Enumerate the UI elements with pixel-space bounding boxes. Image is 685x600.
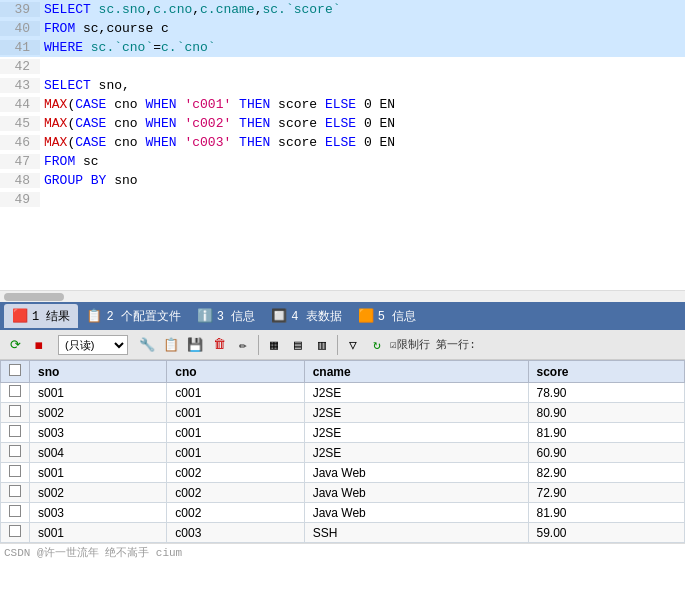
toolbar-separator2 xyxy=(337,335,338,355)
tab-tabledata-icon: 🔲 xyxy=(271,308,287,324)
row-checkbox[interactable] xyxy=(9,465,21,477)
cell-sno: s001 xyxy=(30,383,167,403)
toolbar-btn4[interactable]: 🗑 xyxy=(208,334,230,356)
cell-cno: c001 xyxy=(167,423,304,443)
cell-sno: s003 xyxy=(30,503,167,523)
cell-sno: s004 xyxy=(30,443,167,463)
scrollbar-thumb[interactable] xyxy=(4,293,64,301)
tab-info2-label: 5 信息 xyxy=(378,308,416,325)
toolbar-btn8[interactable]: ▥ xyxy=(311,334,333,356)
table-row[interactable]: s001c001J2SE78.90 xyxy=(1,383,685,403)
table-row[interactable]: s003c002Java Web81.90 xyxy=(1,503,685,523)
cell-cname: Java Web xyxy=(304,483,528,503)
code-line: 41WHERE sc.`cno`=c.`cno` xyxy=(0,38,685,57)
tab-tabledata[interactable]: 🔲4 表数据 xyxy=(263,304,349,328)
watermark-text: CSDN @许一世流年 绝不嵩手 cium xyxy=(4,545,182,560)
cell-cno: c002 xyxy=(167,483,304,503)
code-line: 39SELECT sc.sno,c.cno,c.cname,sc.`score` xyxy=(0,0,685,19)
code-line: 42 xyxy=(0,57,685,76)
cell-cno: c002 xyxy=(167,463,304,483)
toolbar-btn7[interactable]: ▤ xyxy=(287,334,309,356)
cell-score: 59.00 xyxy=(528,523,685,543)
cell-cno: c003 xyxy=(167,523,304,543)
row-checkbox[interactable] xyxy=(9,505,21,517)
readonly-select[interactable]: (只读) xyxy=(58,335,128,355)
tab-info-label: 3 信息 xyxy=(217,308,255,325)
results-table: snocnocnamescore s001c001J2SE78.90s002c0… xyxy=(0,360,685,543)
cell-cname: SSH xyxy=(304,523,528,543)
tab-config-label: 2 个配置文件 xyxy=(106,308,180,325)
code-line: 48GROUP BY sno xyxy=(0,171,685,190)
tab-config-icon: 📋 xyxy=(86,308,102,324)
code-line: 40FROM sc,course c xyxy=(0,19,685,38)
toolbar-reload-btn[interactable]: ↻ xyxy=(366,334,388,356)
col-sno[interactable]: sno xyxy=(30,361,167,383)
table-row[interactable]: s004c001J2SE60.90 xyxy=(1,443,685,463)
row-check-cell[interactable] xyxy=(1,383,30,403)
row-check-cell[interactable] xyxy=(1,423,30,443)
row-checkbox[interactable] xyxy=(9,485,21,497)
row-checkbox[interactable] xyxy=(9,405,21,417)
tab-tabledata-label: 4 表数据 xyxy=(291,308,341,325)
tab-results[interactable]: 🟥1 结果 xyxy=(4,304,78,328)
table-row[interactable]: s002c002Java Web72.90 xyxy=(1,483,685,503)
col-cname[interactable]: cname xyxy=(304,361,528,383)
cell-sno: s001 xyxy=(30,463,167,483)
header-checkbox[interactable] xyxy=(9,364,21,376)
toolbar-btn6[interactable]: ▦ xyxy=(263,334,285,356)
tab-results-label: 1 结果 xyxy=(32,308,70,325)
table-row[interactable]: s001c002Java Web82.90 xyxy=(1,463,685,483)
row-checkbox[interactable] xyxy=(9,525,21,537)
col-cno[interactable]: cno xyxy=(167,361,304,383)
horizontal-scrollbar[interactable] xyxy=(0,290,685,302)
cell-score: 82.90 xyxy=(528,463,685,483)
cell-score: 72.90 xyxy=(528,483,685,503)
col-check[interactable] xyxy=(1,361,30,383)
code-line: 46MAX(CASE cno WHEN 'c003' THEN score EL… xyxy=(0,133,685,152)
table-row[interactable]: s002c001J2SE80.90 xyxy=(1,403,685,423)
row-checkbox[interactable] xyxy=(9,425,21,437)
table-row[interactable]: s001c003SSH59.00 xyxy=(1,523,685,543)
toolbar-btn3[interactable]: 💾 xyxy=(184,334,206,356)
cell-cno: c001 xyxy=(167,383,304,403)
row-checkbox[interactable] xyxy=(9,385,21,397)
tab-info-icon: ℹ️ xyxy=(197,308,213,324)
cell-score: 81.90 xyxy=(528,503,685,523)
row-check-cell[interactable] xyxy=(1,403,30,423)
toolbar-btn1[interactable]: 🔧 xyxy=(136,334,158,356)
toolbar-btn5[interactable]: ✏️ xyxy=(232,334,254,356)
toolbar-stop-btn[interactable]: ◼ xyxy=(28,334,50,356)
toolbar-filter-btn[interactable]: ▽ xyxy=(342,334,364,356)
row-check-cell[interactable] xyxy=(1,463,30,483)
row-check-cell[interactable] xyxy=(1,443,30,463)
toolbar-btn2[interactable]: 📋 xyxy=(160,334,182,356)
tab-config[interactable]: 📋2 个配置文件 xyxy=(78,304,188,328)
col-score[interactable]: score xyxy=(528,361,685,383)
code-line: 45MAX(CASE cno WHEN 'c002' THEN score EL… xyxy=(0,114,685,133)
code-line: 44MAX(CASE cno WHEN 'c001' THEN score EL… xyxy=(0,95,685,114)
cell-cname: Java Web xyxy=(304,503,528,523)
code-line: 47FROM sc xyxy=(0,152,685,171)
code-editor: 39SELECT sc.sno,c.cno,c.cname,sc.`score`… xyxy=(0,0,685,290)
limit-row-label: ☑限制行 第一行: xyxy=(390,337,476,352)
tab-info2[interactable]: 🟧5 信息 xyxy=(350,304,424,328)
row-check-cell[interactable] xyxy=(1,483,30,503)
watermark-bar: CSDN @许一世流年 绝不嵩手 cium xyxy=(0,543,685,561)
cell-score: 78.90 xyxy=(528,383,685,403)
toolbar-separator1 xyxy=(258,335,259,355)
toolbar: ⟳ ◼ (只读) 🔧 📋 💾 🗑 ✏️ ▦ ▤ ▥ ▽ ↻ ☑限制行 第一行: xyxy=(0,330,685,360)
cell-score: 60.90 xyxy=(528,443,685,463)
cell-cname: J2SE xyxy=(304,403,528,423)
cell-sno: s002 xyxy=(30,403,167,423)
tab-info[interactable]: ℹ️3 信息 xyxy=(189,304,263,328)
table-header-row: snocnocnamescore xyxy=(1,361,685,383)
cell-cno: c001 xyxy=(167,443,304,463)
row-checkbox[interactable] xyxy=(9,445,21,457)
table-body: s001c001J2SE78.90s002c001J2SE80.90s003c0… xyxy=(1,383,685,543)
row-check-cell[interactable] xyxy=(1,523,30,543)
row-check-cell[interactable] xyxy=(1,503,30,523)
results-table-wrap[interactable]: snocnocnamescore s001c001J2SE78.90s002c0… xyxy=(0,360,685,600)
table-row[interactable]: s003c001J2SE81.90 xyxy=(1,423,685,443)
cell-sno: s001 xyxy=(30,523,167,543)
toolbar-refresh-btn[interactable]: ⟳ xyxy=(4,334,26,356)
